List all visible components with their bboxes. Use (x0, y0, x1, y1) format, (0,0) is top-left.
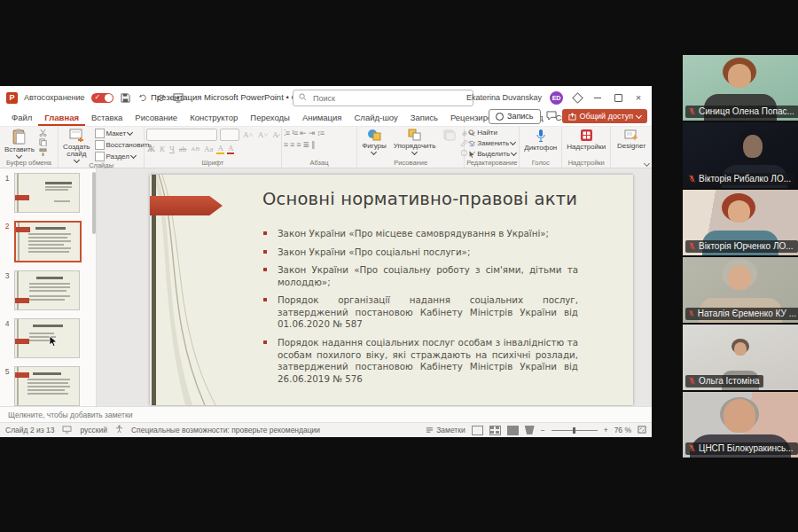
slide-body[interactable]: Закон України «Про місцеве самоврядуванн… (262, 228, 578, 391)
notes-toggle-button[interactable]: Заметки (426, 426, 466, 434)
thumbnail-slide-4[interactable]: 4 (0, 318, 96, 358)
zoom-slider[interactable] (552, 430, 598, 431)
record-button[interactable]: Запись (489, 109, 541, 124)
thumbnail-slide-3[interactable]: 3 (0, 270, 96, 310)
find-button[interactable]: Найти (468, 129, 517, 137)
tab-home[interactable]: Главная (38, 111, 85, 126)
underline-button[interactable]: Ч (168, 145, 176, 153)
increase-indent-button[interactable]: ⇥ (309, 129, 315, 137)
slide[interactable]: Основні нормативно-правові акти Закон Ук… (150, 175, 633, 405)
quick-styles-button[interactable] (440, 129, 458, 141)
comments-icon[interactable] (546, 108, 557, 124)
participant-video-tile[interactable]: Синиця Олена Попас... (683, 55, 798, 121)
slideshow-button[interactable] (525, 426, 535, 434)
line-spacing-button[interactable]: ↕≡ (317, 129, 324, 137)
tab-design[interactable]: Конструктор (184, 111, 244, 126)
minimize-button[interactable] (591, 91, 604, 104)
reading-view-button[interactable] (507, 426, 519, 435)
participant-video-tile[interactable]: Вікторія Рибалко ЛО... (683, 122, 798, 188)
close-button[interactable]: × (632, 91, 645, 104)
tab-animations[interactable]: Анимация (296, 111, 348, 126)
fit-to-window-icon[interactable] (638, 426, 646, 435)
bullet-marker (263, 298, 267, 301)
decrease-font-button[interactable]: A˅ (257, 130, 270, 139)
participant-video-tile[interactable]: Вікторія Юрченко ЛО... (683, 190, 798, 255)
columns-button[interactable]: ∥ (311, 140, 315, 149)
participant-nameplate: Наталія Єременко КУ ... (685, 308, 798, 320)
highlight-button[interactable]: А (216, 144, 224, 154)
char-spacing-button[interactable]: АВ (190, 145, 200, 153)
slide-title[interactable]: Основні нормативно-правові акти (262, 189, 577, 209)
font-color-button[interactable]: А (227, 144, 235, 154)
new-slide-button[interactable]: Создать слайд (60, 129, 92, 162)
shapes-button[interactable]: Фигуры (359, 129, 389, 154)
undo-icon[interactable] (137, 92, 149, 104)
select-button[interactable]: Выделить (468, 150, 517, 158)
share-button[interactable]: Общий доступ (562, 109, 647, 123)
clear-format-button[interactable]: A̷ (271, 130, 279, 139)
addins-button[interactable]: Надстройки (564, 129, 608, 151)
paste-button[interactable]: Вставить (2, 129, 37, 158)
copy-button[interactable] (39, 138, 47, 146)
replace-icon (468, 140, 475, 147)
font-size-select[interactable] (220, 129, 239, 141)
italic-button[interactable]: К (159, 145, 166, 153)
align-center-button[interactable]: ≡ (290, 140, 293, 149)
tab-insert[interactable]: Вставка (85, 111, 129, 126)
tab-transitions[interactable]: Переходы (244, 111, 296, 126)
replace-button[interactable]: Заменить (468, 139, 517, 147)
slide-sorter-view-button[interactable] (489, 426, 501, 435)
search-input[interactable] (311, 93, 448, 104)
designer-button[interactable]: Designer (614, 129, 648, 150)
decrease-indent-button[interactable]: ⇤ (300, 129, 306, 137)
accessibility-status[interactable]: Специальные возможности: проверьте реком… (131, 426, 320, 434)
format-painter-button[interactable] (39, 148, 47, 156)
font-name-select[interactable] (146, 129, 217, 141)
arrange-button[interactable]: Упорядочить (391, 129, 439, 154)
save-icon[interactable] (120, 92, 131, 104)
align-left-button[interactable]: ≡ (284, 140, 287, 149)
layout-button[interactable]: Макет (95, 129, 152, 138)
dictate-button[interactable]: Диктофон (521, 129, 559, 152)
section-button[interactable]: Раздел (95, 152, 152, 161)
normal-view-button[interactable] (472, 426, 483, 435)
user-name: Ekaterina Duvanskay (466, 93, 542, 102)
slide-thumbnail-preview (14, 366, 80, 406)
reset-button[interactable]: Восстановить (95, 140, 152, 150)
strikethrough-button[interactable]: ab (178, 145, 188, 153)
change-case-button[interactable]: Аа (203, 145, 214, 153)
bullets-button[interactable]: ⁚≡ (284, 129, 289, 137)
premium-diamond-icon[interactable] (571, 91, 583, 104)
maximize-button[interactable] (612, 91, 624, 104)
language-indicator[interactable]: русский (80, 426, 107, 434)
user-avatar[interactable]: ED (550, 91, 563, 105)
accessibility-icon[interactable] (115, 425, 123, 435)
thumbnail-slide-2-selected[interactable]: 2 (0, 221, 96, 262)
participant-video-tile[interactable]: ЦНСП Білокуракинсь... (683, 392, 798, 458)
autosave-toggle[interactable]: ✓ (91, 93, 113, 103)
tab-slideshow[interactable]: Слайд-шоу (348, 111, 404, 126)
increase-font-button[interactable]: A˄ (242, 130, 254, 139)
justify-button[interactable]: ≣ (303, 140, 309, 149)
zoom-slider-knob[interactable] (573, 427, 575, 434)
voice-group: Диктофон Голос (520, 127, 562, 168)
tab-record[interactable]: Запись (404, 111, 444, 126)
thumbnail-scrollbar[interactable] (92, 172, 96, 234)
zoom-in-button[interactable]: + (604, 426, 608, 434)
bold-button[interactable]: Ж (146, 145, 156, 153)
display-settings-icon[interactable] (62, 426, 72, 435)
thumbnail-slide-5[interactable]: 5 (0, 366, 96, 406)
slide-canvas[interactable]: Основні нормативно-правові акти Закон Ук… (97, 168, 652, 406)
tab-file[interactable]: Файл (5, 111, 38, 126)
thumbnail-slide-1[interactable]: 1 (0, 173, 96, 213)
zoom-out-button[interactable]: − (541, 426, 545, 434)
search-box[interactable] (293, 90, 473, 106)
align-right-button[interactable]: ≡ (296, 140, 300, 149)
cut-button[interactable] (39, 129, 47, 137)
participant-video-tile[interactable]: Наталія Єременко КУ ... (683, 257, 798, 323)
participant-video-tile[interactable]: Ольга Істоміна (683, 325, 798, 390)
zoom-level[interactable]: 76 % (614, 426, 631, 434)
notes-area[interactable]: Щелкните, чтобы добавить заметки (0, 406, 652, 422)
tab-draw[interactable]: Рисование (129, 111, 184, 126)
numbering-button[interactable]: ¹≡ (292, 129, 297, 137)
